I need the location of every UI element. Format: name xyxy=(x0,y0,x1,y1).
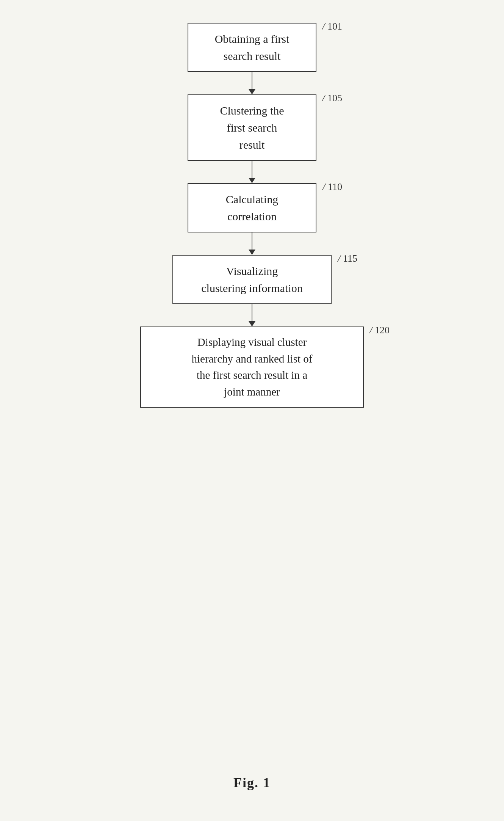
arrow-2 xyxy=(249,161,255,183)
box-120: / 120 Displaying visual clusterhierarchy… xyxy=(140,327,364,408)
arrow-head-4 xyxy=(249,321,255,327)
ref-101: / 101 xyxy=(322,20,342,33)
ref-105: / 105 xyxy=(322,91,342,105)
ref-110: / 110 xyxy=(322,180,342,194)
figure-label: Fig. 1 xyxy=(233,775,271,791)
arrow-3 xyxy=(249,232,255,255)
arrow-line-4 xyxy=(252,304,252,321)
box-115-text: Visualizingclustering information xyxy=(201,262,302,297)
box-115: / 115 Visualizingclustering information xyxy=(172,255,332,304)
arrow-4 xyxy=(249,304,255,327)
arrow-head-1 xyxy=(249,89,255,94)
arrow-line-2 xyxy=(252,161,252,178)
arrow-head-3 xyxy=(249,250,255,255)
box-110-text: Calculatingcorrelation xyxy=(226,191,278,225)
box-101: / 101 Obtaining a firstsearch result xyxy=(188,23,316,72)
box-120-text: Displaying visual clusterhierarchy and r… xyxy=(192,334,313,400)
box-105: / 105 Clustering thefirst searchresult xyxy=(188,94,316,161)
arrow-line-1 xyxy=(252,72,252,89)
box-101-text: Obtaining a firstsearch result xyxy=(215,30,290,64)
ref-120: / 120 xyxy=(369,323,390,337)
arrow-line-3 xyxy=(252,232,252,250)
arrow-1 xyxy=(249,72,255,94)
ref-115: / 115 xyxy=(338,252,357,265)
box-105-text: Clustering thefirst searchresult xyxy=(220,102,284,153)
box-110: / 110 Calculatingcorrelation xyxy=(188,183,316,232)
arrow-head-2 xyxy=(249,178,255,183)
flowchart: / 101 Obtaining a firstsearch result / 1… xyxy=(119,23,385,408)
